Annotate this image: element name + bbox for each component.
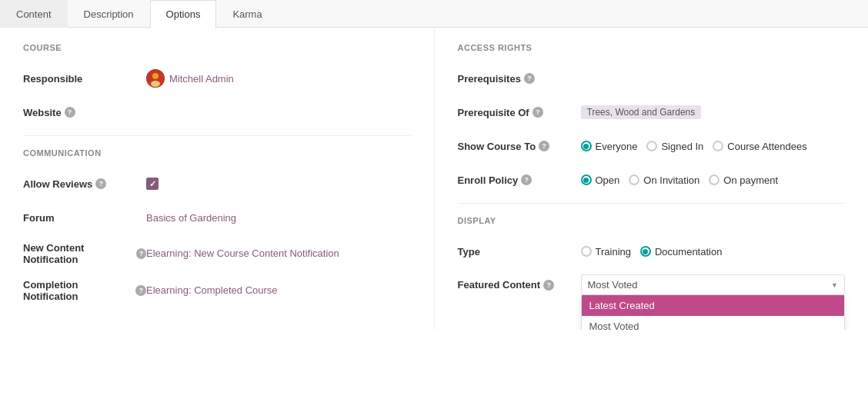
- tab-bar: Content Description Options Karma: [0, 0, 868, 28]
- show-course-help-icon[interactable]: ?: [539, 141, 549, 151]
- enroll-policy-label: Enroll Policy ?: [458, 174, 581, 186]
- responsible-row: Responsible Mitchell Admin: [23, 68, 411, 89]
- show-course-signed-in-radio[interactable]: [646, 141, 657, 151]
- show-course-label: Show Course To ?: [458, 141, 581, 152]
- prerequisites-row: Prerequisites ?: [458, 68, 846, 89]
- display-section-title: DISPLAY: [458, 216, 846, 228]
- website-help-icon[interactable]: ?: [65, 107, 75, 118]
- enroll-policy-help-icon[interactable]: ?: [521, 174, 532, 185]
- show-course-signed-in[interactable]: Signed In: [646, 141, 703, 152]
- allow-reviews-row: Allow Reviews ?: [23, 173, 411, 194]
- prerequisite-of-label: Prerequisite Of ?: [458, 107, 581, 118]
- show-course-attendees[interactable]: Course Attendees: [713, 141, 806, 152]
- prerequisites-label: Prerequisites ?: [458, 73, 581, 85]
- featured-dropdown-menu: Latest Created Most Voted Most Viewed Se…: [581, 295, 846, 330]
- show-course-row: Show Course To ? Everyone Signed In Cour…: [458, 135, 846, 157]
- allow-reviews-help-icon[interactable]: ?: [95, 178, 106, 189]
- type-training-radio[interactable]: [581, 246, 592, 257]
- divider-2: [458, 203, 846, 204]
- featured-option-latest-created[interactable]: Latest Created: [582, 295, 845, 316]
- show-course-options: Everyone Signed In Course Attendees: [581, 141, 846, 152]
- tab-options[interactable]: Options: [150, 0, 217, 28]
- type-documentation-radio[interactable]: [640, 246, 651, 257]
- enroll-on-invitation[interactable]: On Invitation: [629, 174, 699, 186]
- enroll-policy-row: Enroll Policy ? Open On Invitation On pa…: [458, 169, 846, 191]
- completion-label: Completion Notification ?: [23, 277, 146, 302]
- show-course-everyone[interactable]: Everyone: [581, 141, 638, 152]
- type-training[interactable]: Training: [581, 246, 631, 258]
- forum-label: Forum: [23, 212, 146, 224]
- prerequisites-help-icon[interactable]: ?: [524, 73, 535, 84]
- enroll-open[interactable]: Open: [581, 174, 620, 186]
- new-content-value[interactable]: Elearning: New Course Content Notificati…: [146, 248, 411, 259]
- featured-content-help-icon[interactable]: ?: [543, 280, 554, 291]
- enroll-on-invitation-radio[interactable]: [629, 174, 639, 185]
- enroll-open-radio[interactable]: [581, 174, 592, 185]
- completion-notification-row: Completion Notification ? Elearning: Com…: [23, 277, 411, 302]
- prerequisite-of-help-icon[interactable]: ?: [532, 107, 543, 118]
- type-label: Type: [458, 246, 581, 258]
- featured-content-label: Featured Content ?: [458, 274, 581, 291]
- tab-karma[interactable]: Karma: [216, 0, 278, 28]
- enroll-on-payment[interactable]: On payment: [709, 174, 778, 186]
- website-row: Website ?: [23, 101, 411, 123]
- prerequisite-of-value[interactable]: Trees, Wood and Gardens: [581, 105, 846, 119]
- completion-help-icon[interactable]: ?: [135, 285, 146, 296]
- show-course-attendees-radio[interactable]: [713, 141, 723, 151]
- type-row: Type Training Documentation: [458, 241, 846, 262]
- show-course-everyone-radio[interactable]: [581, 141, 592, 151]
- new-content-help-icon[interactable]: ?: [136, 248, 146, 259]
- communication-section-title: COMMUNICATION: [23, 148, 411, 161]
- svg-point-1: [152, 73, 159, 79]
- featured-content-select: Most Voted Latest Created Most Voted Mos…: [581, 274, 846, 295]
- responsible-label: Responsible: [23, 73, 146, 85]
- enroll-on-payment-radio[interactable]: [709, 174, 719, 185]
- right-panel: ACCESS RIGHTS Prerequisites ? Prerequisi…: [435, 28, 869, 330]
- enroll-policy-options: Open On Invitation On payment: [581, 174, 846, 186]
- type-options: Training Documentation: [581, 246, 846, 258]
- new-content-notification-row: New Content Notification ? Elearning: Ne…: [23, 241, 411, 265]
- featured-select-display[interactable]: Most Voted: [581, 274, 846, 295]
- left-panel: COURSE Responsible Mitchell Admin: [0, 28, 435, 330]
- responsible-value[interactable]: Mitchell Admin: [146, 69, 411, 88]
- forum-value[interactable]: Basics of Gardening: [146, 212, 411, 224]
- course-section-title: COURSE: [23, 43, 411, 55]
- type-documentation[interactable]: Documentation: [640, 246, 722, 258]
- divider-1: [23, 135, 411, 136]
- access-section-title: ACCESS RIGHTS: [458, 43, 846, 55]
- svg-point-2: [151, 81, 160, 87]
- website-label: Website ?: [23, 107, 146, 118]
- forum-row: Forum Basics of Gardening: [23, 207, 411, 228]
- featured-content-row: Featured Content ? Most Voted Latest Cre…: [458, 274, 846, 296]
- featured-select-wrapper: Most Voted Latest Created Most Voted Mos…: [581, 274, 846, 295]
- prerequisite-of-row: Prerequisite Of ? Trees, Wood and Garden…: [458, 101, 846, 123]
- completion-value[interactable]: Elearning: Completed Course: [146, 284, 411, 296]
- tab-description[interactable]: Description: [68, 0, 150, 28]
- featured-option-most-voted[interactable]: Most Voted: [582, 316, 845, 330]
- allow-reviews-label: Allow Reviews ?: [23, 178, 146, 190]
- allow-reviews-checkbox[interactable]: [146, 178, 159, 190]
- new-content-label: New Content Notification ?: [23, 241, 146, 265]
- avatar: [146, 69, 165, 88]
- allow-reviews-value: [146, 178, 411, 190]
- tab-content[interactable]: Content: [0, 0, 68, 28]
